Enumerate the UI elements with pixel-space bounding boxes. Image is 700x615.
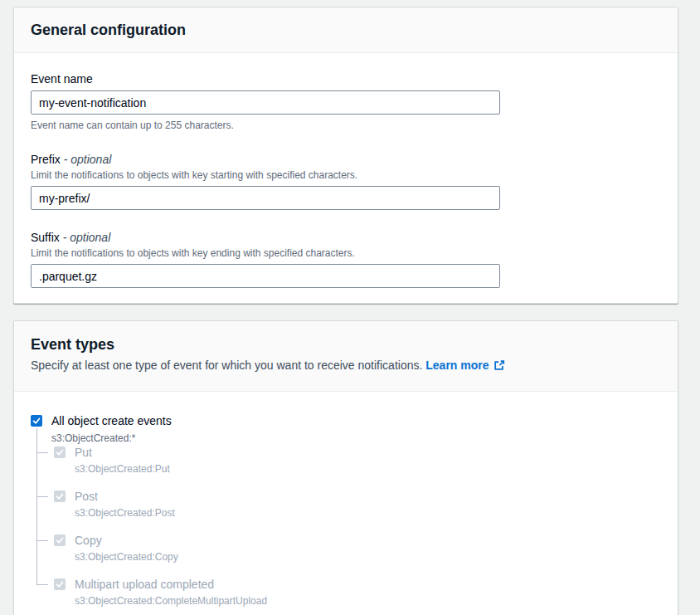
multipart-code: s3:ObjectCreated:CompleteMultipartUpload [75,594,267,608]
checkbox-checked-icon [55,579,65,589]
checkbox-checked-icon [32,416,41,426]
field-suffix: Suffix - optional Limit the notification… [31,230,661,288]
event-name-label: Event name [31,71,661,86]
event-type-put-row: Put s3:ObjectCreated:Put [54,445,661,476]
event-name-input[interactable] [31,90,500,115]
copy-label: Copy [75,533,178,548]
suffix-label: Suffix - optional [31,230,661,245]
prefix-input[interactable] [31,186,500,210]
card-general-configuration: General configuration Event name Event n… [13,7,678,304]
page: General configuration Event name Event n… [0,0,700,615]
all-object-create-events-label: All object create events [51,413,172,428]
event-types-body: All object create events s3:ObjectCreate… [14,392,678,615]
checkbox-checked-icon [55,535,65,545]
prefix-optional-flag: - optional [64,153,112,166]
general-configuration-body: Event name Event name can contain up to … [14,53,678,303]
suffix-input[interactable] [31,264,500,288]
field-event-name: Event name Event name can contain up to … [31,71,661,132]
post-label: Post [75,489,175,504]
event-type-copy-row: Copy s3:ObjectCreated:Copy [54,533,661,564]
card-event-types: Event types Specify at least one type of… [13,320,678,615]
checkbox-checked-icon [55,447,65,457]
suffix-description: Limit the notifications to objects with … [31,246,661,260]
field-prefix: Prefix - optional Limit the notification… [31,152,661,210]
general-configuration-header: General configuration [14,7,678,53]
checkbox-checked-icon [55,491,65,501]
event-types-title: Event types [31,335,661,354]
event-type-post-row: Post s3:ObjectCreated:Post [54,489,661,520]
prefix-label: Prefix - optional [31,152,661,167]
post-checkbox-disabled [54,491,66,502]
multipart-label: Multipart upload completed [75,577,267,592]
external-link-icon [493,359,505,371]
event-name-constraint: Event name can contain up to 255 charact… [31,119,661,132]
copy-checkbox-disabled [54,534,66,546]
event-types-description: Specify at least one type of event for w… [31,357,661,373]
all-object-create-events-checkbox[interactable] [31,415,42,427]
multipart-checkbox-disabled [54,578,66,590]
learn-more-link[interactable]: Learn more [425,359,504,372]
put-checkbox-disabled [54,447,66,458]
event-types-tree: s3:ObjectCreated:* Put s3:ObjectCreated:… [36,428,661,608]
general-configuration-title: General configuration [31,21,661,39]
event-type-multipart-row: Multipart upload completed s3:ObjectCrea… [54,577,661,608]
all-object-create-events-code: s3:ObjectCreated:* [51,432,661,445]
put-code: s3:ObjectCreated:Put [75,462,170,476]
suffix-optional-flag: - optional [63,231,111,244]
put-label: Put [75,445,170,460]
copy-code: s3:ObjectCreated:Copy [75,550,178,564]
post-code: s3:ObjectCreated:Post [75,506,175,520]
prefix-description: Limit the notifications to objects with … [31,168,661,182]
event-types-header: Event types Specify at least one type of… [14,321,678,392]
all-object-create-events-row: All object create events [31,413,661,428]
